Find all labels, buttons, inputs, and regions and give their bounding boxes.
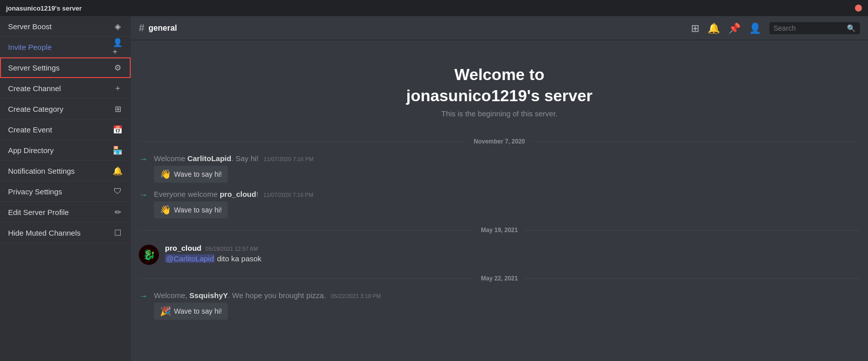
chat-messages-container: November 7, 2020→Welcome CarlitoLapid. S… bbox=[139, 138, 860, 320]
title-bar: jonasunico1219's server ✕ bbox=[0, 0, 868, 16]
system-text: Welcome, SsquishyY. We hope you brought … bbox=[154, 290, 381, 320]
sidebar-item-label-server-settings: Server Settings bbox=[8, 63, 113, 72]
sidebar-item-label-create-channel: Create Channel bbox=[8, 84, 113, 93]
sidebar-item-label-privacy-settings: Privacy Settings bbox=[8, 187, 113, 196]
sidebar-item-create-category[interactable]: Create Category⊞ bbox=[0, 99, 131, 119]
system-arrow-icon: → bbox=[139, 291, 148, 302]
sidebar-item-hide-muted-channels[interactable]: Hide Muted Channels☐ bbox=[0, 223, 131, 243]
channel-header: # general ⊞ 🔔 📌 👤 🔍 bbox=[131, 16, 868, 40]
welcome-header: Welcome tojonasunico1219's server This i… bbox=[139, 48, 860, 126]
sidebar-item-create-channel[interactable]: Create Channel＋ bbox=[0, 78, 131, 99]
pin-icon[interactable]: 📌 bbox=[728, 22, 741, 34]
sidebar-item-server-boost[interactable]: Server Boost◈ bbox=[0, 16, 131, 37]
header-actions: ⊞ 🔔 📌 👤 🔍 bbox=[691, 22, 860, 34]
sidebar-item-icon-edit-server-profile: ✏ bbox=[113, 207, 123, 217]
message-username: pro_cloud bbox=[165, 244, 202, 252]
sidebar-item-icon-server-boost: ◈ bbox=[113, 21, 123, 31]
system-message: →Everyone welcome pro_cloud! 11/07/2020 … bbox=[139, 189, 860, 219]
user-message: 🐉pro_cloud05/19/2021 12:57 AM@CarlitoLap… bbox=[139, 242, 860, 267]
members-icon[interactable]: 👤 bbox=[749, 22, 761, 34]
sidebar-item-label-create-category: Create Category bbox=[8, 105, 113, 113]
boost-icon[interactable]: ⊞ bbox=[691, 22, 700, 34]
wave-button[interactable]: 👋Wave to say hi! bbox=[154, 166, 228, 183]
sidebar-item-icon-notification-settings: 🔔 bbox=[113, 166, 123, 176]
sidebar-item-icon-privacy-settings: 🛡 bbox=[113, 186, 123, 196]
sidebar-item-icon-invite-people: 👤+ bbox=[113, 42, 123, 52]
date-divider: May 19, 2021 bbox=[139, 227, 860, 234]
sidebar-item-label-invite-people: Invite People bbox=[8, 43, 113, 51]
welcome-title: Welcome tojonasunico1219's server bbox=[139, 64, 860, 106]
system-text: Everyone welcome pro_cloud! 11/07/2020 7… bbox=[154, 189, 313, 219]
search-bar[interactable]: 🔍 bbox=[769, 22, 860, 34]
search-icon: 🔍 bbox=[847, 24, 855, 32]
mention: @CarlitoLapid bbox=[165, 254, 215, 263]
message-content: @CarlitoLapid dito ka pasok bbox=[165, 253, 262, 264]
chat-content: Welcome tojonasunico1219's server This i… bbox=[131, 40, 868, 361]
message-header: pro_cloud05/19/2021 12:57 AM bbox=[165, 244, 262, 252]
sidebar-item-label-app-directory: App Directory bbox=[8, 146, 113, 155]
date-divider: November 7, 2020 bbox=[139, 138, 860, 145]
sidebar-item-invite-people[interactable]: Invite People👤+ bbox=[0, 37, 131, 57]
sidebar-item-icon-create-channel: ＋ bbox=[113, 83, 123, 93]
sidebar-item-notification-settings[interactable]: Notification Settings🔔 bbox=[0, 161, 131, 181]
sidebar-item-label-server-boost: Server Boost bbox=[8, 22, 113, 31]
sidebar-item-server-settings[interactable]: Server Settings⚙ bbox=[0, 57, 131, 78]
sidebar-item-icon-app-directory: 🏪 bbox=[113, 145, 123, 155]
chat-area: # general ⊞ 🔔 📌 👤 🔍 Welcome tojonasunico… bbox=[131, 16, 868, 361]
sidebar-item-label-hide-muted-channels: Hide Muted Channels bbox=[8, 229, 113, 237]
wave-emoji: 👋 bbox=[160, 204, 171, 215]
sidebar-item-create-event[interactable]: Create Event📅 bbox=[0, 119, 131, 140]
channel-name: general bbox=[148, 24, 177, 33]
title-bar-text: jonasunico1219's server bbox=[6, 5, 82, 12]
sidebar-item-edit-server-profile[interactable]: Edit Server Profile✏ bbox=[0, 202, 131, 223]
sidebar-item-privacy-settings[interactable]: Privacy Settings🛡 bbox=[0, 181, 131, 202]
message-timestamp: 05/19/2021 12:57 AM bbox=[206, 246, 258, 252]
sidebar-item-app-directory[interactable]: App Directory🏪 bbox=[0, 140, 131, 161]
channel-hash: # bbox=[139, 22, 144, 34]
avatar: 🐉 bbox=[139, 245, 159, 265]
sidebar-menu: Server Boost◈Invite People👤+Server Setti… bbox=[0, 16, 131, 361]
sidebar-item-label-create-event: Create Event bbox=[8, 125, 113, 134]
app-body: Server Boost◈Invite People👤+Server Setti… bbox=[0, 16, 868, 361]
message-timestamp: 05/22/2021 3:18 PM bbox=[331, 293, 381, 299]
sidebar-item-icon-create-category: ⊞ bbox=[113, 104, 123, 114]
message-body: pro_cloud05/19/2021 12:57 AM@CarlitoLapi… bbox=[165, 244, 262, 264]
wave-emoji: 👋 bbox=[160, 169, 171, 180]
system-message: →Welcome CarlitoLapid. Say hi! 11/07/202… bbox=[139, 153, 860, 183]
wave-button[interactable]: 👋Wave to say hi! bbox=[154, 201, 228, 219]
close-button[interactable]: ✕ bbox=[855, 5, 862, 12]
date-divider: May 22, 2021 bbox=[139, 275, 860, 282]
search-input[interactable] bbox=[773, 24, 844, 32]
wave-label: Wave to say hi! bbox=[174, 206, 222, 214]
system-message: →Welcome, SsquishyY. We hope you brought… bbox=[139, 290, 860, 320]
sidebar-item-icon-hide-muted-channels: ☐ bbox=[113, 228, 123, 238]
sidebar-item-icon-create-event: 📅 bbox=[113, 124, 123, 134]
system-text: Welcome CarlitoLapid. Say hi! 11/07/2020… bbox=[154, 153, 313, 183]
welcome-subtitle: This is the beginning of this server. bbox=[139, 109, 860, 118]
system-username: pro_cloud bbox=[220, 190, 256, 198]
wave-label: Wave to say hi! bbox=[174, 307, 222, 315]
wave-button[interactable]: 🎉Wave to say hi! bbox=[154, 303, 228, 320]
sidebar-item-icon-server-settings: ⚙ bbox=[113, 62, 123, 73]
wave-emoji: 🎉 bbox=[160, 306, 171, 317]
system-username: CarlitoLapid bbox=[187, 154, 231, 163]
sidebar-item-label-notification-settings: Notification Settings bbox=[8, 167, 113, 175]
message-timestamp: 11/07/2020 7:16 PM bbox=[264, 156, 313, 162]
system-arrow-icon: → bbox=[139, 154, 148, 165]
wave-label: Wave to say hi! bbox=[174, 170, 222, 178]
bell-icon[interactable]: 🔔 bbox=[708, 22, 720, 34]
message-timestamp: 11/07/2020 7:16 PM bbox=[264, 192, 313, 198]
system-arrow-icon: → bbox=[139, 190, 148, 200]
sidebar-item-label-edit-server-profile: Edit Server Profile bbox=[8, 208, 113, 216]
system-username: SsquishyY bbox=[190, 291, 228, 300]
